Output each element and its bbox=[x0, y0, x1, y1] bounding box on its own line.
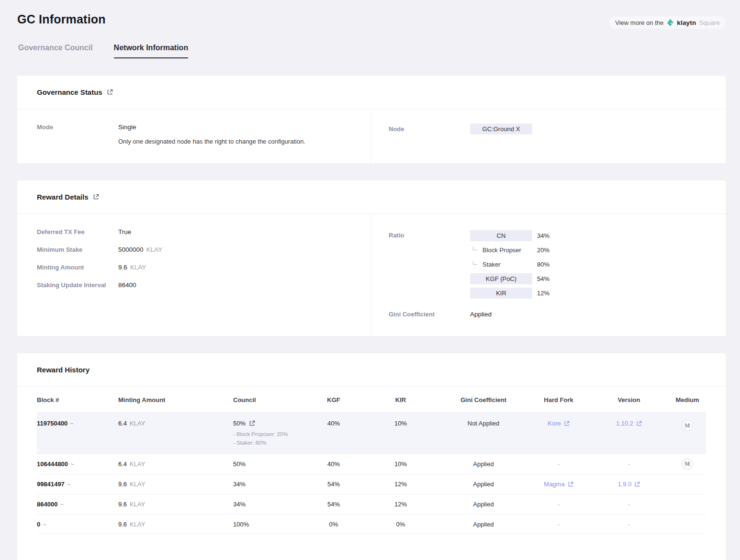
kgf-percentage: 54% bbox=[537, 275, 549, 282]
ratio-rows: CN 34% Block Propser 20% bbox=[470, 228, 549, 300]
governance-status-card: Governance Status Mode Single Only one d… bbox=[17, 76, 726, 163]
ratio-row-staker: Staker 80% bbox=[470, 257, 549, 271]
ratio-row-kgf: KGF (PoC) 54% bbox=[470, 271, 549, 286]
staker-percentage: 80% bbox=[537, 261, 549, 268]
column-header-hard-fork: Hard Fork bbox=[528, 396, 589, 403]
council-sub-staker: - Staker: 80% bbox=[233, 440, 305, 446]
kgf-cell: 0% bbox=[305, 521, 362, 528]
hard-fork-cell: - bbox=[528, 521, 589, 528]
governance-status-left: Mode Single Only one designated node has… bbox=[17, 109, 371, 163]
column-header-version: Version bbox=[589, 396, 669, 403]
gini-cell: Applied bbox=[439, 460, 528, 468]
kir-cell: 0% bbox=[362, 521, 439, 528]
version-cell: - bbox=[589, 521, 669, 528]
column-header-block: Block # bbox=[37, 396, 118, 403]
gini-cell: Applied bbox=[439, 521, 528, 528]
minting-amount-value: 9.6 bbox=[118, 264, 127, 271]
minting-amount-cell: 9.6KLAY bbox=[118, 481, 233, 488]
kir-cell: 10% bbox=[362, 420, 439, 427]
hard-fork-cell: - bbox=[528, 501, 589, 508]
minting-amount-cell: 9.6KLAY bbox=[118, 501, 233, 508]
kgf-cell: 40% bbox=[305, 460, 362, 468]
deferred-tx-fee-field: Deferred TX Fee True bbox=[37, 228, 351, 235]
table-row: 864000~ 9.6KLAY 34% 54% 12% Applied - - bbox=[37, 494, 706, 514]
column-header-council: Council bbox=[233, 396, 305, 403]
hard-fork-link[interactable]: Kore bbox=[548, 420, 569, 427]
block-number-cell: 864000~ bbox=[37, 501, 118, 508]
table-row: 106444800~ 6.4KLAY 50% 40% 10% Applied -… bbox=[37, 454, 706, 474]
reward-history-table: Block # Minting Amount Council KGF KIR G… bbox=[17, 387, 726, 560]
gini-cell: Not Applied bbox=[439, 420, 528, 427]
table-row: 119750400~ 6.4KLAY 50% - Block Proposer:… bbox=[37, 412, 706, 454]
view-more-klaytn-square-link[interactable]: View more on the klaytn Square bbox=[609, 16, 726, 29]
version-cell: 1.9.0 bbox=[589, 481, 669, 488]
node-badge: GC:Ground X bbox=[470, 123, 532, 134]
tree-corner-icon bbox=[473, 261, 477, 265]
node-label: Node bbox=[389, 125, 470, 133]
minimum-stake-value: 5000000 bbox=[118, 246, 144, 253]
minting-amount-unit: KLAY bbox=[130, 264, 146, 271]
gini-coefficient-field: Gini Coefficient Applied bbox=[389, 311, 706, 318]
medium-cell: M bbox=[669, 420, 706, 431]
medium-link[interactable]: M bbox=[682, 420, 693, 431]
governance-status-title: Governance Status bbox=[37, 88, 102, 96]
table-row: 99841497~ 9.6KLAY 34% 54% 12% Applied Ma… bbox=[37, 474, 706, 494]
reward-history-card: Reward History Block # Minting Amount Co… bbox=[17, 353, 726, 560]
klaytn-logo-icon bbox=[666, 19, 674, 26]
column-header-kir: KIR bbox=[362, 396, 439, 403]
minimum-stake-field: Minimum Stake 5000000 KLAY bbox=[37, 246, 351, 253]
table-header-row: Block # Minting Amount Council KGF KIR G… bbox=[37, 387, 706, 412]
cn-badge: CN bbox=[470, 230, 532, 241]
reward-details-title: Reward Details bbox=[37, 193, 89, 201]
kir-cell: 12% bbox=[362, 481, 439, 488]
hard-fork-cell: Kore bbox=[528, 420, 589, 427]
block-number-cell: 106444800~ bbox=[37, 460, 118, 468]
reward-details-left: Deferred TX Fee True Minimum Stake 50000… bbox=[17, 214, 371, 336]
node-field: Node GC:Ground X bbox=[389, 123, 706, 134]
staking-update-interval-value: 86400 bbox=[118, 281, 136, 289]
minimum-stake-label: Minimum Stake bbox=[37, 246, 118, 253]
reward-details-card: Reward Details Deferred TX Fee True Mini… bbox=[17, 180, 726, 336]
reward-details-header: Reward Details bbox=[17, 180, 726, 214]
ratio-row-kir: KIR 12% bbox=[470, 286, 549, 300]
column-header-kgf: KGF bbox=[305, 396, 362, 403]
minting-amount-cell: 6.4KLAY bbox=[118, 420, 233, 427]
tree-corner-icon bbox=[473, 246, 477, 250]
governance-status-header: Governance Status bbox=[17, 76, 726, 109]
reward-details-right: Ratio CN 34% Block Propser 20% bbox=[371, 214, 726, 336]
medium-cell: M bbox=[669, 459, 706, 470]
view-more-text: View more on the bbox=[615, 19, 663, 26]
hard-fork-cell: Magma bbox=[528, 481, 589, 488]
gini-cell: Applied bbox=[439, 481, 528, 488]
deferred-tx-fee-value: True bbox=[118, 228, 131, 235]
minimum-stake-unit: KLAY bbox=[146, 246, 163, 253]
hard-fork-link[interactable]: Magma bbox=[544, 481, 573, 488]
governance-status-right: Node GC:Ground X bbox=[371, 109, 726, 163]
kgf-cell: 54% bbox=[305, 501, 362, 508]
ratio-field: Ratio CN 34% Block Propser 20% bbox=[389, 228, 706, 300]
minting-amount-label: Minting Amount bbox=[37, 264, 118, 271]
version-link[interactable]: 1.9.0 bbox=[618, 481, 640, 488]
council-cell: 50% - Block Proposer: 20% - Staker: 80% bbox=[233, 420, 305, 446]
minting-amount-cell: 6.4KLAY bbox=[118, 460, 233, 468]
medium-link[interactable]: M bbox=[682, 459, 693, 470]
mode-label: Mode bbox=[37, 123, 118, 131]
external-link-icon[interactable] bbox=[249, 420, 255, 426]
hard-fork-cell: - bbox=[528, 460, 589, 468]
reward-details-body: Deferred TX Fee True Minimum Stake 50000… bbox=[17, 214, 726, 336]
staker-label: Staker bbox=[482, 261, 501, 268]
reward-history-title: Reward History bbox=[37, 366, 90, 374]
version-link[interactable]: 1.10.2 bbox=[616, 420, 642, 427]
block-number-cell: 0~ bbox=[37, 521, 118, 528]
external-link-icon[interactable] bbox=[107, 89, 113, 95]
column-header-medium: Medium bbox=[669, 396, 706, 403]
kir-cell: 12% bbox=[362, 501, 439, 508]
tab-governance-council[interactable]: Governance Council bbox=[18, 44, 93, 58]
external-link-icon[interactable] bbox=[93, 194, 99, 200]
mode-field: Mode Single Only one designated node has… bbox=[37, 123, 351, 145]
version-cell: - bbox=[589, 460, 669, 468]
version-cell: - bbox=[589, 501, 669, 508]
tab-network-information[interactable]: Network Information bbox=[114, 44, 189, 58]
reward-history-header: Reward History bbox=[17, 353, 726, 387]
staking-update-interval-field: Staking Update Interval 86400 bbox=[37, 281, 351, 289]
